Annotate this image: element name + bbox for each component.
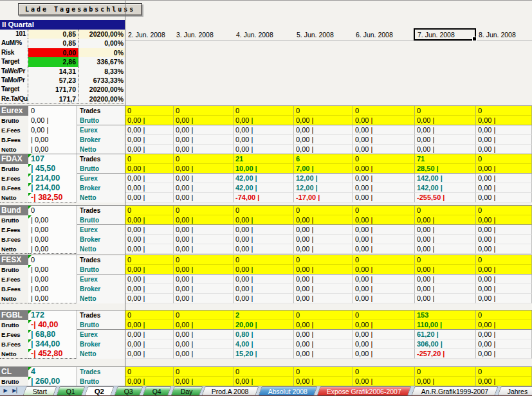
sheet-tab-q3[interactable]: Q3 [114,386,143,395]
grid-cell[interactable]: 0 [234,106,294,116]
instrument-name-cell[interactable]: FGBL [0,310,28,320]
grid-cell[interactable]: 0,00 | [174,320,234,330]
grid-cell[interactable]: 0,00 | [234,225,294,235]
grid-cell[interactable]: 0,00 | [294,294,353,303]
grid-cell[interactable]: 12,00 | [294,183,353,193]
grid-cell[interactable]: 0,00 | [353,116,415,125]
grid-cell[interactable]: 0 [415,367,476,377]
grid-cell[interactable]: 0 [353,367,415,377]
grid-cell[interactable]: 42,00 | [234,183,294,193]
grid-cell[interactable]: 0,00 | [174,145,234,154]
grid-cell[interactable]: 0,00 | [353,284,415,294]
grid-cell[interactable]: 0,00 | [125,215,174,225]
tab-nav-last-button[interactable]: ▶▏ [11,386,22,395]
sheet-tab-an-r-grafik1999-2007[interactable]: An.R.Grafik1999-2007 [411,386,499,395]
summary-cell[interactable]: 4 [28,367,77,377]
date-cell[interactable]: 6. Jun. 2008 [356,30,393,40]
grid-cell[interactable]: 0,00 | [174,265,234,274]
grid-cell[interactable]: 0,00 | [353,164,415,174]
grid-cell[interactable]: 0,00 | [174,349,234,359]
grid-cell[interactable]: 0,00 | [174,215,234,225]
grid-cell[interactable]: 12,00 | [294,174,353,183]
grid-cell[interactable]: 0,00 | [174,377,234,386]
grid-cell[interactable]: 2 [234,310,294,320]
grid-cell[interactable]: 0,00 | [415,265,476,274]
grid-cell[interactable]: 0,00 | [476,164,532,174]
summary-cell[interactable]: 107 [28,154,77,164]
grid-cell[interactable]: 0,00 | [294,235,353,244]
grid-cell[interactable]: 0,00 | [125,235,174,244]
selected-cell-outline[interactable] [414,28,476,40]
grid-cell[interactable]: 0,00 | [353,320,415,330]
grid-cell[interactable]: 0 [353,206,415,215]
grid-cell[interactable]: 0,00 | [174,294,234,303]
grid-cell[interactable]: 0,00 | [125,145,174,154]
grid-cell[interactable]: 0,00 | [294,377,353,386]
grid-cell[interactable]: 0,00 | [125,174,174,183]
summary-cell[interactable]: -| 382,50 [28,193,77,203]
grid-cell[interactable]: 0,00 | [234,215,294,225]
grid-cell[interactable]: 0,00 | [125,116,174,125]
grid-cell[interactable]: 0,00 | [476,294,532,303]
grid-cell[interactable]: 0 [174,106,234,116]
grid-cell[interactable]: 0,00 | [294,244,353,254]
grid-cell[interactable]: 0,00 | [476,193,532,203]
grid-cell[interactable]: 0,00 | [174,135,234,145]
grid-cell[interactable]: 0,00 | [234,125,294,135]
grid-cell[interactable]: 0,00 | [234,284,294,294]
grid-cell[interactable]: 0,00 | [174,244,234,254]
grid-cell[interactable]: 0 [353,106,415,116]
grid-cell[interactable]: 0,00 | [174,193,234,203]
grid-cell[interactable]: 306,00 | [415,339,476,349]
instrument-name-cell[interactable]: FESX [0,255,28,265]
grid-cell[interactable]: 0,00 | [234,235,294,244]
grid-cell[interactable]: 0,00 | [174,284,234,294]
grid-cell[interactable]: 21 [234,154,294,164]
grid-cell[interactable]: 0,00 | [294,145,353,154]
grid-cell[interactable]: 0,00 | [234,274,294,284]
grid-cell[interactable]: 0,00 | [415,145,476,154]
grid-cell[interactable]: 0,00 | [476,135,532,145]
grid-cell[interactable]: 6 [294,154,353,164]
grid-cell[interactable]: 0,00 | [415,244,476,254]
date-cell[interactable]: 4. Jun. 2008 [236,30,273,40]
grid-cell[interactable]: 0,00 | [476,145,532,154]
quarter-row-pct[interactable]: 8,33% [78,67,125,76]
grid-cell[interactable]: 71 [415,154,476,164]
grid-cell[interactable]: 142,00 | [415,183,476,193]
grid-cell[interactable]: 0,00 | [476,377,532,386]
quarter-row-value[interactable]: 2,86 [28,57,78,66]
grid-cell[interactable]: 0,00 | [476,215,532,225]
sheet-tab-absolut-2008[interactable]: Absolut 2008 [259,386,318,395]
grid-cell[interactable]: 0 [415,106,476,116]
grid-cell[interactable]: 0,00 | [353,215,415,225]
grid-cell[interactable]: 0 [476,367,532,377]
grid-cell[interactable]: 0,00 | [294,349,353,359]
grid-cell[interactable]: 0 [234,367,294,377]
summary-cell[interactable]: | 0,00 [28,274,77,284]
summary-cell[interactable]: | 0,00 [28,244,77,254]
grid-cell[interactable]: 0,00 | [476,183,532,193]
summary-cell[interactable]: | 0,00 [28,284,77,294]
grid-cell[interactable]: 0,00 | [353,235,415,244]
grid-cell[interactable]: 0,00 | [415,125,476,135]
grid-cell[interactable]: -17,00 | [294,193,353,203]
summary-cell[interactable]: | 0,00 [28,215,77,225]
grid-cell[interactable]: 0,00 | [125,339,174,349]
summary-cell[interactable]: | 260,00 [28,377,77,386]
grid-cell[interactable]: 0,00 | [125,349,174,359]
summary-cell[interactable]: -| 40,00 [28,320,77,330]
grid-cell[interactable]: 0,00 | [353,145,415,154]
grid-cell[interactable]: 0,00 | [174,225,234,235]
grid-cell[interactable]: 0,00 | [234,377,294,386]
sheet-tab-start[interactable]: Start [23,386,57,395]
grid-cell[interactable]: 0,00 | [415,235,476,244]
grid-cell[interactable]: 0 [125,255,174,265]
grid-cell[interactable]: 0,00 | [294,125,353,135]
quarter-row-value[interactable]: 0,00 [28,48,78,57]
grid-cell[interactable]: 0 [294,310,353,320]
grid-cell[interactable]: 0,00 | [415,377,476,386]
quarter-row-pct[interactable]: 20200,00% [78,94,125,104]
grid-cell[interactable]: 0,00 | [125,294,174,303]
grid-cell[interactable]: 4,00 | [234,339,294,349]
